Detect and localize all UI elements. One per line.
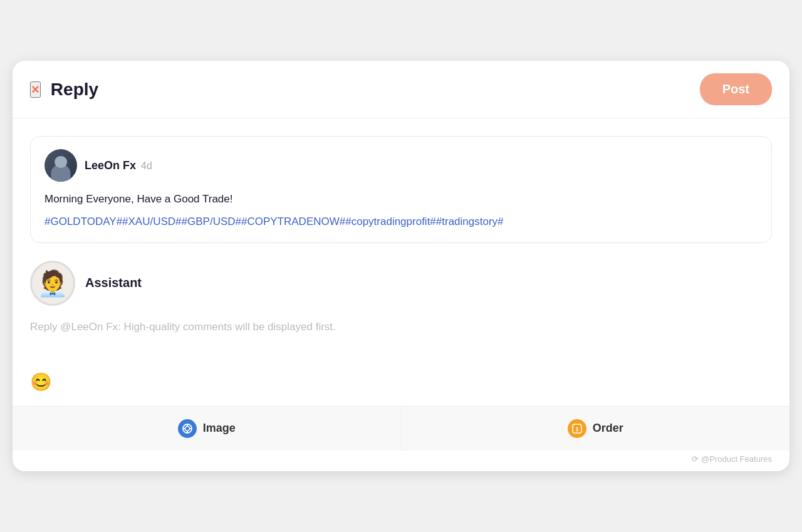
order-icon: 1	[568, 419, 586, 438]
reply-author-row: 🧑‍💼 Assistant	[30, 261, 772, 306]
svg-text:1: 1	[575, 425, 578, 432]
emoji-row: 😊	[30, 368, 772, 401]
leeon-avatar	[44, 149, 77, 182]
post-hashtags: #GOLDTODAY##XAU/USD##GBP/USD##COPYTRADEN…	[44, 213, 758, 230]
assistant-avatar-icon: 🧑‍💼	[32, 263, 73, 304]
order-button-label: Order	[593, 422, 623, 435]
author-name: LeeOn Fx	[85, 159, 136, 172]
original-post-card: LeeOn Fx 4d Morning Everyone, Have a Goo…	[30, 136, 772, 243]
post-text: Morning Everyone, Have a Good Trade!	[44, 190, 758, 207]
page-title: Reply	[51, 80, 98, 100]
watermark: ⟳ @Product Features	[13, 451, 789, 471]
header-left: × Reply	[30, 80, 98, 100]
bottom-toolbar: Image 1 Order	[13, 406, 789, 451]
author-info: LeeOn Fx 4d	[85, 159, 152, 172]
emoji-button[interactable]: 😊	[30, 373, 52, 391]
post-author-row: LeeOn Fx 4d	[44, 149, 758, 182]
assistant-avatar: 🧑‍💼	[30, 261, 75, 306]
image-button-label: Image	[203, 422, 236, 435]
reply-modal: × Reply Post LeeOn Fx 4d Morning Everyon…	[13, 61, 789, 471]
reply-section: 🧑‍💼 Assistant 😊	[30, 261, 772, 401]
reply-author-name: Assistant	[85, 276, 142, 290]
post-time: 4d	[141, 160, 152, 172]
svg-point-1	[185, 426, 189, 430]
post-button[interactable]: Post	[700, 73, 772, 105]
image-button[interactable]: Image	[13, 407, 402, 451]
order-button[interactable]: 1 Order	[402, 407, 790, 451]
image-icon	[178, 419, 197, 438]
close-button[interactable]: ×	[30, 81, 41, 98]
reply-input[interactable]	[30, 318, 772, 356]
modal-header: × Reply Post	[13, 61, 789, 118]
modal-body: LeeOn Fx 4d Morning Everyone, Have a Goo…	[13, 118, 789, 400]
